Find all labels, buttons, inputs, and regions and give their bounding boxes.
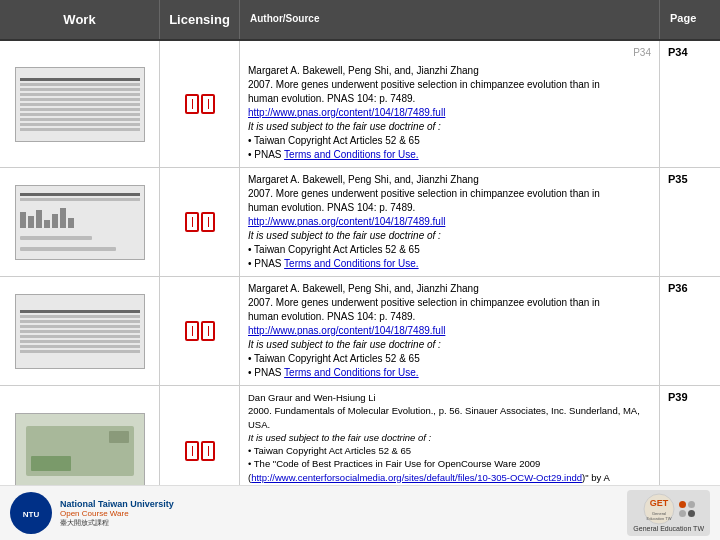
author-text-3: Margaret A. Bakewell, Peng Shi, and, Jia… <box>248 283 600 378</box>
table-header: Work Licensing Author/Source Page <box>0 0 720 41</box>
work-cell-2 <box>0 168 160 276</box>
get-logo-svg: GET General Education TW <box>643 493 675 525</box>
licensing-cell-3 <box>160 277 240 385</box>
footer: NTU National Taiwan University Open Cour… <box>0 485 720 540</box>
author-link-3[interactable]: http://www.pnas.org/content/104/18/7489.… <box>248 325 445 336</box>
footer-right: GET General Education TW <box>627 490 710 536</box>
work-cell-3 <box>0 277 160 385</box>
footer-left: NTU National Taiwan University Open Cour… <box>10 492 174 534</box>
get-subtext: General Education TW <box>633 525 704 533</box>
header-licensing: Licensing <box>160 0 240 39</box>
pnas-link-2[interactable]: Terms and Conditions for Use. <box>284 258 419 269</box>
page-number-1: P34 <box>668 46 712 58</box>
svg-text:GET: GET <box>649 498 668 508</box>
license-icon-1 <box>185 94 215 114</box>
work-cell-1 <box>0 41 160 167</box>
header-work: Work <box>0 0 160 39</box>
table-row: Margaret A. Bakewell, Peng Shi, and, Jia… <box>0 277 720 386</box>
thumbnail-1 <box>15 67 145 142</box>
author-link-2[interactable]: http://www.pnas.org/content/104/18/7489.… <box>248 216 445 227</box>
table-body: P34 Margaret A. Bakewell, Peng Shi, and,… <box>0 41 720 485</box>
licensing-cell-4 <box>160 386 240 485</box>
header-page: Page <box>660 0 720 39</box>
author-cell-4: Dan Graur and Wen-Hsiung Li 2000. Fundam… <box>240 386 660 485</box>
table-row: Dan Graur and Wen-Hsiung Li 2000. Fundam… <box>0 386 720 485</box>
author-link-4[interactable]: http://www.centerforsocialmedia.org/site… <box>251 472 582 483</box>
thumbnail-3 <box>15 294 145 369</box>
book-icon-2a <box>185 212 199 232</box>
thumbnail-2 <box>15 185 145 260</box>
license-icon-4 <box>185 441 215 461</box>
table-row: Margaret A. Bakewell, Peng Shi, and, Jia… <box>0 168 720 277</box>
author-text-4: Dan Graur and Wen-Hsiung Li 2000. Fundam… <box>248 392 651 485</box>
book-icon-4b <box>201 441 215 461</box>
ntu-logo-svg: NTU <box>10 492 52 534</box>
licensing-cell-2 <box>160 168 240 276</box>
ocw-text: National Taiwan University Open Course W… <box>60 499 174 528</box>
page-container: Work Licensing Author/Source Page <box>0 0 720 540</box>
license-icon-3 <box>185 321 215 341</box>
license-icon-2 <box>185 212 215 232</box>
ocw-line1: National Taiwan University <box>60 499 174 509</box>
page-number-4: P39 <box>668 391 712 403</box>
book-icon-2b <box>201 212 215 232</box>
pnas-link-3[interactable]: Terms and Conditions for Use. <box>284 367 419 378</box>
book-icon-1a <box>185 94 199 114</box>
svg-text:NTU: NTU <box>23 510 40 519</box>
author-cell-3: Margaret A. Bakewell, Peng Shi, and, Jia… <box>240 277 660 385</box>
page-cell-1: P34 <box>660 41 720 167</box>
licensing-cell-1 <box>160 41 240 167</box>
page-cell-2: P35 <box>660 168 720 276</box>
book-icon-4a <box>185 441 199 461</box>
page-cell-3: P36 <box>660 277 720 385</box>
svg-text:Education TW: Education TW <box>646 516 671 521</box>
header-author: Author/Source <box>240 0 660 39</box>
page-num-1: P34 <box>248 46 651 60</box>
author-text-1: Margaret A. Bakewell, Peng Shi, and, Jia… <box>248 65 600 160</box>
table-row: P34 Margaret A. Bakewell, Peng Shi, and,… <box>0 41 720 168</box>
author-text-2: Margaret A. Bakewell, Peng Shi, and, Jia… <box>248 174 600 269</box>
author-cell-1: P34 Margaret A. Bakewell, Peng Shi, and,… <box>240 41 660 167</box>
page-cell-4: P39 <box>660 386 720 485</box>
get-logo: GET General Education TW <box>627 490 710 536</box>
pnas-link-1[interactable]: Terms and Conditions for Use. <box>284 149 419 160</box>
thumbnail-4 <box>15 413 145 485</box>
book-icon-3a <box>185 321 199 341</box>
book-icon-1b <box>201 94 215 114</box>
book-icon-3b <box>201 321 215 341</box>
page-number-2: P35 <box>668 173 712 185</box>
page-number-3: P36 <box>668 282 712 294</box>
author-cell-2: Margaret A. Bakewell, Peng Shi, and, Jia… <box>240 168 660 276</box>
ocw-line2: Open Course Ware <box>60 509 174 518</box>
ntu-logo: NTU <box>10 492 52 534</box>
ocw-line3: 臺大開放式課程 <box>60 518 174 528</box>
author-link-1[interactable]: http://www.pnas.org/content/104/18/7489.… <box>248 107 445 118</box>
work-cell-4 <box>0 386 160 485</box>
